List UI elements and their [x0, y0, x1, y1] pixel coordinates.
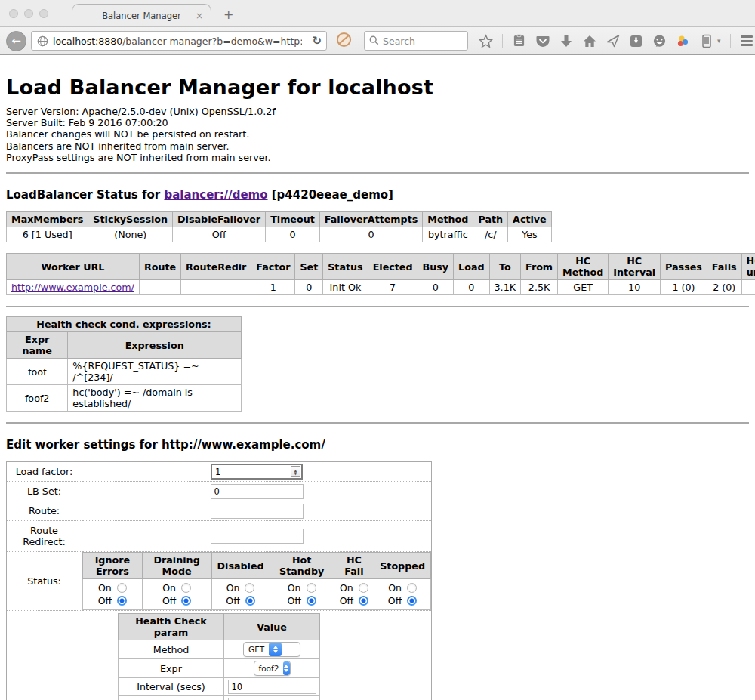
tab-title: Balancer Manager: [102, 11, 181, 21]
page-content: Load Balancer Manager for localhost Serv…: [0, 76, 755, 700]
header-cell: Active: [508, 212, 552, 227]
close-window-button[interactable]: [9, 9, 18, 18]
url-bar[interactable]: localhost:8880/balancer-manager?b=demo&w…: [31, 31, 327, 51]
header-cell: Hot Standby: [270, 553, 334, 579]
table-title-row: Health check cond. expressions:: [7, 317, 242, 332]
ignore-errors-cell: On Off: [83, 579, 143, 610]
cell: 1: [251, 280, 295, 295]
cell: 2.5K: [521, 280, 558, 295]
ignore-errors-off-radio[interactable]: [117, 596, 127, 606]
header-cell: Draining Mode: [142, 553, 211, 579]
heading-text: LoadBalancer Status for: [6, 188, 164, 202]
field-value-cell: foof2: [224, 659, 320, 678]
ignore-errors-on-radio[interactable]: [117, 583, 127, 593]
blocked-content-icon[interactable]: [336, 32, 352, 51]
worker-url-link[interactable]: http://www.example.com/: [11, 282, 134, 293]
draining-mode-on-radio[interactable]: [181, 583, 191, 593]
on-label: On: [98, 581, 112, 594]
on-label: On: [340, 581, 353, 594]
disabled-on-radio[interactable]: [245, 583, 254, 593]
off-label: Off: [162, 594, 176, 607]
hc-fail-cell: On Off: [334, 579, 374, 610]
header-cell: Load: [454, 254, 489, 280]
table-row: foof %{REQUEST_STATUS} =~ /^[234]/: [7, 359, 242, 385]
select-stepper-icon: [269, 643, 282, 656]
header-cell: FailoverAttempts: [319, 212, 423, 227]
hc-fail-on-radio[interactable]: [359, 583, 368, 593]
hot-standby-on-radio[interactable]: [307, 583, 316, 593]
header-cell: StickySession: [88, 212, 173, 227]
menu-icon[interactable]: [740, 34, 754, 48]
pocket-icon[interactable]: [535, 34, 550, 48]
off-label: Off: [226, 594, 239, 607]
colored-dots-icon[interactable]: [676, 34, 690, 48]
stopped-on-radio[interactable]: [407, 583, 417, 593]
edit-worker-form: Load factor: ▲▼ LB Set: Route: Route Red…: [6, 461, 432, 700]
zoom-window-button[interactable]: [39, 9, 48, 18]
url-host: localhost:8880: [53, 35, 122, 47]
off-label: Off: [287, 594, 300, 607]
toolbar-divider: [502, 34, 503, 48]
divider: [6, 422, 749, 424]
route-input[interactable]: [211, 504, 304, 519]
header-cell: Factor: [251, 254, 295, 280]
hot-standby-off-radio[interactable]: [307, 596, 316, 606]
cell: [181, 280, 251, 295]
send-tab-icon[interactable]: [606, 34, 620, 48]
status-row: Status: Ignore Errors Draining Mode Disa…: [7, 552, 432, 611]
field-value-cell: GET: [224, 640, 320, 659]
navigation-toolbar: ← localhost:8880/balancer-manager?b=demo…: [0, 27, 755, 55]
home-icon[interactable]: [582, 34, 596, 48]
toolbar-icons: ▾: [479, 34, 755, 48]
cell: Yes: [508, 227, 552, 242]
table-title: Health check cond. expressions:: [7, 317, 242, 332]
status-label: Status:: [7, 552, 82, 611]
back-button[interactable]: ←: [6, 31, 26, 51]
tab-close-icon[interactable]: ×: [196, 11, 203, 21]
stopped-off-radio[interactable]: [407, 596, 417, 606]
info-line: Balancers are NOT inherited from main se…: [6, 140, 749, 152]
number-spinner-icon[interactable]: ▲▼: [291, 466, 300, 477]
lb-set-input[interactable]: [211, 484, 304, 499]
save-page-icon[interactable]: [629, 34, 643, 48]
header-cell: Path: [473, 212, 508, 227]
minimize-window-button[interactable]: [24, 9, 33, 18]
globe-icon: [36, 35, 48, 47]
feedback-smiley-icon[interactable]: [652, 34, 667, 48]
field-label: Method: [119, 640, 224, 659]
browser-tab[interactable]: Balancer Manager ×: [72, 4, 211, 26]
field-value-cell: [82, 501, 432, 521]
page-actions-icon[interactable]: [699, 34, 713, 48]
cell: Init Ok: [323, 280, 368, 295]
disabled-off-radio[interactable]: [245, 596, 255, 606]
hc-fail-off-radio[interactable]: [359, 596, 368, 606]
server-info: Server Version: Apache/2.5.0-dev (Unix) …: [6, 106, 749, 163]
reload-icon[interactable]: ↻: [312, 34, 322, 48]
route-redirect-input[interactable]: [211, 529, 304, 544]
header-cell: HC Method: [558, 254, 609, 280]
overflow-caret-icon[interactable]: ▾: [717, 37, 721, 45]
cell: [741, 280, 755, 295]
header-cell: From: [521, 254, 558, 280]
server-version-line: Server Version: Apache/2.5.0-dev (Unix) …: [6, 106, 749, 117]
downloads-icon[interactable]: [559, 34, 573, 48]
header-cell: Disabled: [211, 553, 270, 579]
bookmark-star-icon[interactable]: [479, 34, 493, 48]
hc-method-select[interactable]: GET: [243, 642, 300, 657]
load-factor-stepper: ▲▼: [211, 464, 303, 480]
search-bar[interactable]: [364, 31, 468, 51]
draining-mode-off-radio[interactable]: [181, 596, 191, 606]
bookmarks-list-icon[interactable]: [512, 34, 526, 48]
hc-expr-select[interactable]: foof2: [254, 661, 291, 676]
server-built-line: Server Built: Feb 9 2016 07:00:20: [6, 117, 749, 128]
balancer-demo-link[interactable]: balancer://demo: [164, 188, 267, 202]
worker-row: http://www.example.com/ 1 0 Init Ok 7 0 …: [7, 280, 755, 295]
header-cell: Elected: [368, 254, 418, 280]
field-label: Passes trigger: [119, 696, 224, 700]
search-input[interactable]: [383, 35, 455, 47]
form-row: Route:: [7, 501, 432, 521]
interval-input[interactable]: [228, 680, 316, 694]
load-factor-input[interactable]: [212, 465, 291, 478]
balancer-status-table: MaxMembers StickySession DisableFailover…: [6, 211, 552, 242]
new-tab-button[interactable]: +: [223, 8, 233, 22]
